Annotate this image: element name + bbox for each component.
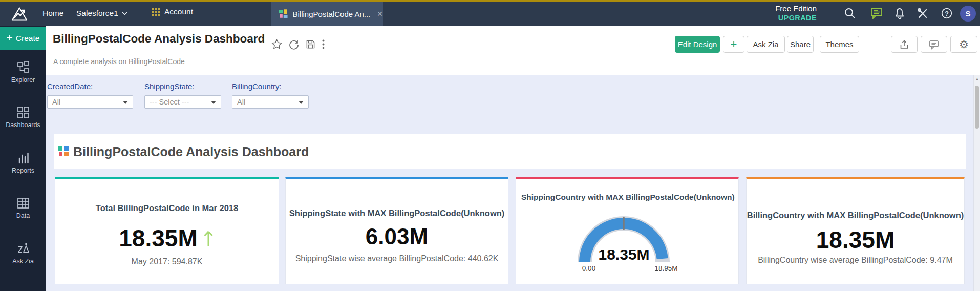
scrollbar-up-arrow[interactable]: ▲ bbox=[974, 77, 980, 81]
zoho-analytics-app: Home Salesforce1 Account BillingPos bbox=[0, 0, 980, 291]
kpi-value: 18.35M bbox=[816, 226, 894, 254]
search-icon[interactable] bbox=[844, 7, 856, 19]
sidebar-item-reports[interactable]: Reports bbox=[0, 151, 46, 183]
dropdown-caret-icon bbox=[299, 101, 304, 104]
grid-icon bbox=[152, 8, 160, 16]
dropdown-caret-icon bbox=[211, 101, 216, 104]
comment-icon bbox=[929, 39, 939, 50]
zoho-analytics-logo-icon[interactable] bbox=[10, 6, 29, 24]
kpi-comparison: May 2017: 594.87K bbox=[55, 257, 279, 266]
close-tab-icon[interactable]: ✕ bbox=[377, 10, 383, 18]
dashboard-header: BillingPostalCode Analysis Dashboard A c… bbox=[46, 26, 980, 75]
user-avatar[interactable]: S bbox=[960, 6, 976, 22]
help-icon[interactable]: ? bbox=[941, 7, 953, 19]
scrollbar[interactable]: ▲ bbox=[973, 75, 980, 291]
kpi-value: 18.35M bbox=[119, 224, 197, 252]
kpi-card-billingcountry-max[interactable]: BillingCountry with MAX BillingPostalCod… bbox=[746, 177, 965, 284]
header-actions: Edit Design + Ask Zia Share Themes ⚙ bbox=[675, 36, 977, 53]
dashboards-icon bbox=[16, 106, 30, 119]
feedback-chat-icon[interactable] bbox=[870, 7, 883, 19]
left-sidebar: + Create Explorer Dashboards Reports Dat… bbox=[0, 26, 46, 291]
sidebar-item-label: Ask Zia bbox=[12, 258, 34, 265]
kpi-card-total-billingpostalcode[interactable]: Total BillingPostalCode in Mar 2018 18.3… bbox=[55, 177, 279, 284]
scrollbar-thumb[interactable] bbox=[975, 86, 979, 129]
refresh-icon[interactable] bbox=[289, 39, 299, 50]
chevron-down-icon bbox=[122, 12, 127, 15]
kpi-subtitle: BillingCountry wise average BillingPosta… bbox=[747, 256, 964, 265]
topbar-divider bbox=[827, 8, 827, 20]
comments-button[interactable] bbox=[921, 36, 947, 53]
filter-dropdown-shippingstate[interactable]: --- Select --- bbox=[144, 95, 221, 109]
nav-workspace-selector[interactable]: Salesforce1 bbox=[76, 9, 127, 18]
reports-icon bbox=[16, 151, 30, 165]
top-bar: Home Salesforce1 Account BillingPos bbox=[0, 2, 980, 26]
dropdown-caret-icon bbox=[123, 101, 128, 104]
sidebar-item-label: Reports bbox=[12, 167, 34, 174]
sidebar-item-label: Dashboards bbox=[6, 121, 40, 129]
sidebar-item-ask-zia[interactable]: Ask Zia bbox=[0, 242, 46, 274]
gauge-min-label: 0.00 bbox=[573, 264, 604, 272]
gauge-value: 18.35M bbox=[587, 246, 661, 263]
sidebar-item-explorer[interactable]: Explorer bbox=[0, 60, 46, 92]
export-icon bbox=[899, 39, 909, 50]
notifications-bell-icon[interactable] bbox=[893, 7, 906, 19]
ask-zia-icon bbox=[16, 242, 30, 256]
kpi-value: 6.03M bbox=[366, 224, 428, 250]
filter-dropdown-createddate[interactable]: All bbox=[47, 95, 133, 109]
dashboard-tab-icon bbox=[279, 9, 288, 18]
sidebar-item-dashboards[interactable]: Dashboards bbox=[0, 106, 46, 137]
explorer-icon bbox=[16, 60, 30, 74]
page-title: BillingPostalCode Analysis Dashboard bbox=[53, 32, 265, 46]
kpi-card-shippingstate-max[interactable]: ShippingState with MAX BillingPostalCode… bbox=[285, 177, 508, 284]
nav-home[interactable]: Home bbox=[42, 9, 63, 18]
svg-text:?: ? bbox=[945, 10, 949, 17]
add-widget-button[interactable]: + bbox=[723, 36, 744, 53]
more-options-kebab-icon[interactable] bbox=[322, 39, 325, 49]
edition-info: Free Edition UPGRADE bbox=[753, 4, 817, 22]
filter-label-billingcountry: BillingCountry: bbox=[232, 82, 282, 91]
edit-design-button[interactable]: Edit Design bbox=[675, 36, 720, 53]
edition-label: Free Edition bbox=[753, 4, 817, 13]
settings-button[interactable]: ⚙ bbox=[950, 36, 977, 53]
gauge-max-label: 18.95M bbox=[648, 264, 684, 272]
save-icon[interactable] bbox=[306, 39, 315, 49]
page-subtitle: A complete analysis on BillingPostalCode bbox=[53, 57, 185, 66]
sidebar-item-label: Data bbox=[16, 212, 30, 219]
themes-button[interactable]: Themes bbox=[820, 36, 859, 53]
sidebar-item-label: Explorer bbox=[11, 76, 35, 84]
gauge-card-shippingcountry-max[interactable]: ShippingCountry with MAX BillingPostalCo… bbox=[516, 177, 739, 284]
dashboard-title-panel: BillingPostalCode Analysis Dashboard bbox=[54, 134, 966, 169]
plus-icon: + bbox=[7, 32, 13, 44]
dashboard-heading: BillingPostalCode Analysis Dashboard bbox=[73, 144, 309, 159]
tools-icon[interactable] bbox=[917, 7, 929, 19]
share-button[interactable]: Share bbox=[787, 36, 814, 53]
filter-dropdown-billingcountry[interactable]: All bbox=[232, 95, 309, 109]
trend-up-icon bbox=[202, 228, 215, 248]
sidebar-item-data[interactable]: Data bbox=[0, 196, 46, 228]
gear-icon: ⚙ bbox=[959, 39, 969, 50]
filter-label-createddate: CreatedDate: bbox=[47, 82, 93, 91]
ask-zia-button[interactable]: Ask Zia bbox=[747, 36, 785, 53]
create-button[interactable]: + Create bbox=[0, 27, 46, 50]
tab-account[interactable]: Account bbox=[152, 7, 193, 16]
tab-dashboard-document[interactable]: BillingPostalCode An... ✕ bbox=[271, 2, 383, 26]
kpi-subtitle: ShippingState wise average BillingPostal… bbox=[286, 254, 508, 263]
favorite-star-icon[interactable] bbox=[271, 39, 282, 50]
filter-label-shippingstate: ShippingState: bbox=[144, 82, 195, 91]
data-icon bbox=[16, 196, 30, 210]
upgrade-link[interactable]: UPGRADE bbox=[753, 14, 817, 22]
export-button[interactable] bbox=[891, 36, 918, 53]
dashboard-icon bbox=[58, 146, 70, 157]
tab-label: BillingPostalCode An... bbox=[293, 10, 371, 18]
